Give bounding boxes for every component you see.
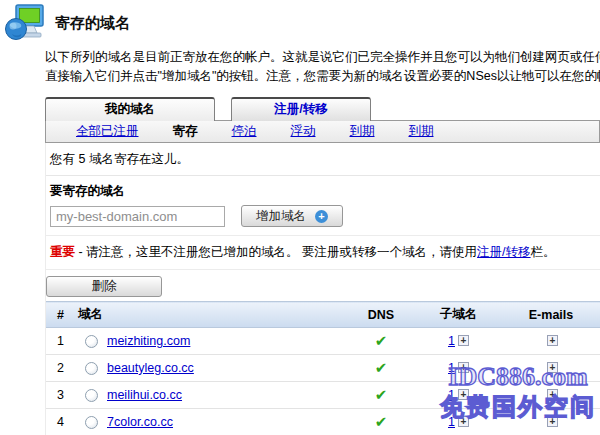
row-number: 4	[46, 409, 76, 435]
warning-emphasis: 重要	[50, 245, 75, 259]
add-domain-label: 要寄存的域名	[50, 181, 596, 205]
header-number: #	[46, 302, 76, 328]
add-domain-button-label: 增加域名	[256, 208, 306, 225]
subdomain-expand-plus-icon[interactable]: +	[458, 416, 469, 427]
add-domain-button[interactable]: 增加域名 +	[241, 205, 343, 227]
table-row: 4 7color.co.cc ✔ 1+ +	[46, 409, 600, 435]
subnav-expired[interactable]: 到期	[409, 123, 434, 140]
domain-link[interactable]: 7color.co.cc	[107, 415, 173, 429]
subdomain-expand-plus-icon[interactable]: +	[458, 389, 469, 400]
subdomain-count-link[interactable]: 1	[448, 388, 455, 402]
domain-link[interactable]: meilihui.co.cc	[107, 388, 182, 402]
tab-bar: 我的域名 注册/转移	[45, 97, 600, 121]
delete-button-top[interactable]: 删除	[46, 276, 162, 297]
dns-check-icon: ✔	[375, 386, 388, 403]
header-dns: DNS	[346, 302, 416, 328]
table-header-row: # 域名 DNS 子域名 E-mails	[46, 302, 600, 328]
page-header: 寄存的域名	[0, 0, 600, 44]
subnav-bar: 全部已注册 寄存 停泊 浮动 到期 到期	[45, 120, 600, 143]
table-row: 3 meilihui.co.cc ✔ 1+ +	[46, 382, 600, 409]
table-row: 2 beautyleg.co.cc ✔ 1+ +	[46, 355, 600, 382]
tab-register-transfer[interactable]: 注册/转移	[231, 97, 371, 121]
subnav-expiring[interactable]: 到期	[350, 123, 375, 140]
row-number: 2	[46, 355, 76, 382]
subdomain-expand-plus-icon[interactable]: +	[458, 362, 469, 373]
domain-radio[interactable]	[85, 389, 98, 402]
header-emails: E-mails	[501, 302, 600, 328]
header-domain: 域名	[76, 302, 346, 328]
table-row: 1 meizhiting.com ✔ 1+ +	[46, 328, 600, 355]
tab-register-transfer-label: 注册/转移	[274, 102, 327, 116]
register-transfer-link[interactable]: 注册/转移	[477, 245, 530, 259]
domains-table: # 域名 DNS 子域名 E-mails 1 meizhiting.com ✔ …	[46, 301, 600, 435]
emails-expand-plus-icon[interactable]: +	[547, 389, 558, 400]
row-number: 1	[46, 328, 76, 355]
tab-my-domains[interactable]: 我的域名	[45, 97, 215, 121]
warning-text-before: - 请注意，这里不注册您已增加的域名。 要注册或转移一个域名，请使用	[75, 245, 477, 259]
page-title: 寄存的域名	[55, 14, 130, 33]
domain-input[interactable]	[50, 206, 225, 227]
warning-text-after: 栏。	[531, 245, 556, 259]
dns-check-icon: ✔	[375, 359, 388, 376]
emails-expand-plus-icon[interactable]: +	[547, 362, 558, 373]
plus-circle-icon: +	[315, 210, 328, 223]
domain-link[interactable]: beautyleg.co.cc	[107, 361, 194, 375]
emails-expand-plus-icon[interactable]: +	[547, 416, 558, 427]
emails-expand-plus-icon[interactable]: +	[547, 335, 558, 346]
domain-radio[interactable]	[85, 416, 98, 429]
domain-radio[interactable]	[85, 362, 98, 375]
row-number: 3	[46, 382, 76, 409]
intro-paragraph: 以下所列的域名是目前正寄放在您的帐户。这就是说它们已完全操作并且您可以为牠们创建…	[45, 48, 600, 86]
intro-line-2: 直接输入它们并点击"增加域名"的按钮。注意，您需要为新的域名设置必要的NSes以…	[45, 67, 600, 86]
dns-check-icon: ✔	[375, 413, 388, 430]
warning-note: 重要 - 请注意，这里不注册您已增加的域名。 要注册或转移一个域名，请使用注册/…	[46, 236, 600, 270]
add-domain-form: 要寄存的域名 增加域名 +	[46, 176, 600, 236]
dns-check-icon: ✔	[375, 332, 388, 349]
subdomain-count-link[interactable]: 1	[448, 361, 455, 375]
hosted-domains-icon	[5, 4, 45, 45]
intro-line-1: 以下所列的域名是目前正寄放在您的帐户。这就是说它们已完全操作并且您可以为牠们创建…	[45, 48, 600, 67]
subnav-hosted[interactable]: 寄存	[173, 123, 198, 140]
domain-link[interactable]: meizhiting.com	[107, 334, 190, 348]
domain-radio[interactable]	[85, 335, 98, 348]
subnav-parked[interactable]: 停泊	[232, 123, 257, 140]
subdomain-count-link[interactable]: 1	[448, 334, 455, 348]
header-subdomains: 子域名	[416, 302, 501, 328]
subdomain-expand-plus-icon[interactable]: +	[458, 335, 469, 346]
tab-my-domains-label: 我的域名	[105, 102, 155, 116]
subnav-floating[interactable]: 浮动	[291, 123, 316, 140]
subnav-all-registered[interactable]: 全部已注册	[76, 123, 139, 140]
status-text: 您有 5 域名寄存在这儿。	[46, 143, 600, 176]
subdomain-count-link[interactable]: 1	[448, 415, 455, 429]
